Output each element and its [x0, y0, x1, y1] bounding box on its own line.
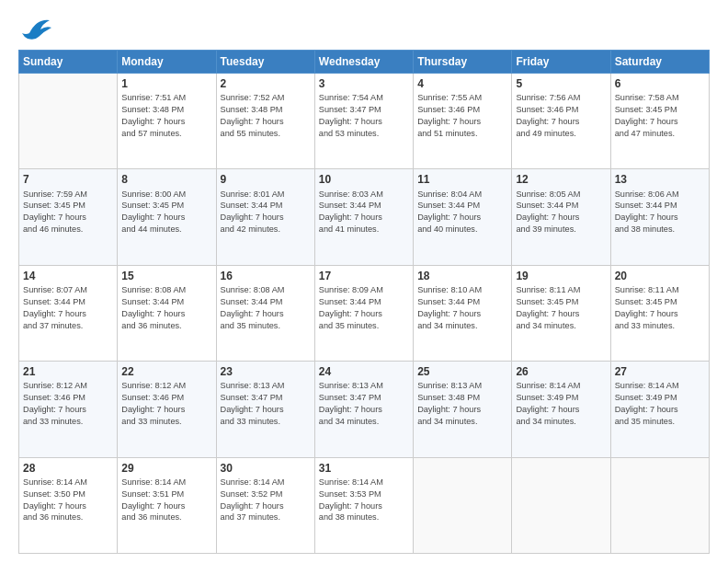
- day-info: Sunrise: 7:52 AM Sunset: 3:48 PM Dayligh…: [221, 92, 311, 140]
- day-info: Sunrise: 8:09 AM Sunset: 3:44 PM Dayligh…: [319, 284, 409, 332]
- calendar-cell: 23Sunrise: 8:13 AM Sunset: 3:47 PM Dayli…: [216, 362, 314, 457]
- calendar-cell: 10Sunrise: 8:03 AM Sunset: 3:44 PM Dayli…: [314, 169, 413, 265]
- calendar-cell: 30Sunrise: 8:14 AM Sunset: 3:52 PM Dayli…: [216, 457, 314, 553]
- day-info: Sunrise: 8:14 AM Sunset: 3:51 PM Dayligh…: [121, 477, 211, 524]
- day-number: 3: [319, 76, 409, 91]
- day-info: Sunrise: 8:12 AM Sunset: 3:46 PM Dayligh…: [121, 380, 211, 428]
- day-number: 18: [417, 269, 507, 283]
- day-info: Sunrise: 8:10 AM Sunset: 3:44 PM Dayligh…: [417, 284, 507, 332]
- calendar-cell: 14Sunrise: 8:07 AM Sunset: 3:44 PM Dayli…: [19, 265, 118, 361]
- calendar-cell: 27Sunrise: 8:14 AM Sunset: 3:49 PM Dayli…: [610, 362, 709, 457]
- day-number: 15: [121, 269, 211, 283]
- day-info: Sunrise: 8:13 AM Sunset: 3:47 PM Dayligh…: [319, 380, 409, 428]
- logo: [18, 18, 51, 40]
- day-info: Sunrise: 8:06 AM Sunset: 3:44 PM Dayligh…: [615, 189, 705, 236]
- day-number: 21: [23, 364, 113, 379]
- day-number: 25: [417, 364, 507, 379]
- calendar-cell: 16Sunrise: 8:08 AM Sunset: 3:44 PM Dayli…: [216, 265, 314, 361]
- day-number: 10: [319, 172, 409, 187]
- calendar-cell: [414, 457, 512, 553]
- calendar-cell: 13Sunrise: 8:06 AM Sunset: 3:44 PM Dayli…: [610, 169, 709, 265]
- logo-bird-icon: [22, 17, 51, 40]
- calendar-cell: 5Sunrise: 7:56 AM Sunset: 3:46 PM Daylig…: [512, 74, 610, 169]
- calendar-cell: 20Sunrise: 8:11 AM Sunset: 3:45 PM Dayli…: [610, 265, 709, 361]
- calendar-table: SundayMondayTuesdayWednesdayThursdayFrid…: [18, 50, 710, 554]
- day-number: 9: [221, 172, 311, 187]
- week-row-3: 14Sunrise: 8:07 AM Sunset: 3:44 PM Dayli…: [19, 265, 710, 361]
- day-number: 8: [121, 172, 211, 187]
- calendar-cell: 1Sunrise: 7:51 AM Sunset: 3:48 PM Daylig…: [118, 74, 216, 169]
- page: SundayMondayTuesdayWednesdayThursdayFrid…: [0, 0, 728, 563]
- calendar-cell: 24Sunrise: 8:13 AM Sunset: 3:47 PM Dayli…: [314, 362, 413, 457]
- day-number: 4: [417, 76, 507, 91]
- col-header-sunday: Sunday: [19, 51, 118, 74]
- calendar-cell: 4Sunrise: 7:55 AM Sunset: 3:46 PM Daylig…: [414, 74, 512, 169]
- day-info: Sunrise: 8:05 AM Sunset: 3:44 PM Dayligh…: [516, 189, 606, 236]
- day-number: 12: [516, 172, 606, 187]
- calendar-cell: 26Sunrise: 8:14 AM Sunset: 3:49 PM Dayli…: [512, 362, 610, 457]
- day-info: Sunrise: 7:51 AM Sunset: 3:48 PM Dayligh…: [121, 92, 211, 140]
- day-info: Sunrise: 8:14 AM Sunset: 3:49 PM Dayligh…: [516, 380, 606, 428]
- day-info: Sunrise: 8:14 AM Sunset: 3:53 PM Dayligh…: [319, 477, 409, 524]
- day-info: Sunrise: 8:03 AM Sunset: 3:44 PM Dayligh…: [319, 189, 409, 236]
- day-number: 5: [516, 76, 606, 91]
- day-number: 28: [23, 461, 113, 476]
- calendar-cell: 17Sunrise: 8:09 AM Sunset: 3:44 PM Dayli…: [314, 265, 413, 361]
- col-header-tuesday: Tuesday: [216, 51, 314, 74]
- day-number: 20: [615, 269, 705, 283]
- day-number: 29: [121, 461, 211, 476]
- calendar-cell: 19Sunrise: 8:11 AM Sunset: 3:45 PM Dayli…: [512, 265, 610, 361]
- day-number: 6: [615, 76, 705, 91]
- day-number: 24: [319, 364, 409, 379]
- calendar-cell: [19, 74, 118, 169]
- week-row-2: 7Sunrise: 7:59 AM Sunset: 3:45 PM Daylig…: [19, 169, 710, 265]
- day-number: 13: [615, 172, 705, 187]
- day-number: 23: [221, 364, 311, 379]
- week-row-5: 28Sunrise: 8:14 AM Sunset: 3:50 PM Dayli…: [19, 457, 710, 553]
- day-info: Sunrise: 8:11 AM Sunset: 3:45 PM Dayligh…: [615, 284, 705, 332]
- day-number: 26: [516, 364, 606, 379]
- calendar-cell: 12Sunrise: 8:05 AM Sunset: 3:44 PM Dayli…: [512, 169, 610, 265]
- day-number: 22: [121, 364, 211, 379]
- header: [18, 15, 710, 40]
- day-number: 1: [121, 76, 211, 91]
- col-header-saturday: Saturday: [610, 51, 709, 74]
- day-info: Sunrise: 7:55 AM Sunset: 3:46 PM Dayligh…: [417, 92, 507, 140]
- day-number: 7: [23, 172, 113, 187]
- header-row: SundayMondayTuesdayWednesdayThursdayFrid…: [19, 51, 710, 74]
- day-number: 11: [417, 172, 507, 187]
- day-info: Sunrise: 8:08 AM Sunset: 3:44 PM Dayligh…: [121, 284, 211, 332]
- day-info: Sunrise: 7:54 AM Sunset: 3:47 PM Dayligh…: [319, 92, 409, 140]
- day-info: Sunrise: 8:01 AM Sunset: 3:44 PM Dayligh…: [221, 189, 311, 236]
- day-number: 16: [221, 269, 311, 283]
- week-row-1: 1Sunrise: 7:51 AM Sunset: 3:48 PM Daylig…: [19, 74, 710, 169]
- calendar-cell: 8Sunrise: 8:00 AM Sunset: 3:45 PM Daylig…: [118, 169, 216, 265]
- calendar-cell: 25Sunrise: 8:13 AM Sunset: 3:48 PM Dayli…: [414, 362, 512, 457]
- day-info: Sunrise: 8:00 AM Sunset: 3:45 PM Dayligh…: [121, 189, 211, 236]
- day-info: Sunrise: 8:14 AM Sunset: 3:52 PM Dayligh…: [221, 477, 311, 524]
- day-info: Sunrise: 7:56 AM Sunset: 3:46 PM Dayligh…: [516, 92, 606, 140]
- col-header-thursday: Thursday: [414, 51, 512, 74]
- day-info: Sunrise: 8:11 AM Sunset: 3:45 PM Dayligh…: [516, 284, 606, 332]
- day-info: Sunrise: 8:08 AM Sunset: 3:44 PM Dayligh…: [221, 284, 311, 332]
- calendar-cell: 9Sunrise: 8:01 AM Sunset: 3:44 PM Daylig…: [216, 169, 314, 265]
- calendar-cell: [512, 457, 610, 553]
- calendar-cell: 11Sunrise: 8:04 AM Sunset: 3:44 PM Dayli…: [414, 169, 512, 265]
- day-info: Sunrise: 8:14 AM Sunset: 3:50 PM Dayligh…: [23, 477, 113, 524]
- col-header-friday: Friday: [512, 51, 610, 74]
- day-info: Sunrise: 8:07 AM Sunset: 3:44 PM Dayligh…: [23, 284, 113, 332]
- day-info: Sunrise: 7:59 AM Sunset: 3:45 PM Dayligh…: [23, 189, 113, 236]
- calendar-cell: 21Sunrise: 8:12 AM Sunset: 3:46 PM Dayli…: [19, 362, 118, 457]
- calendar-cell: 18Sunrise: 8:10 AM Sunset: 3:44 PM Dayli…: [414, 265, 512, 361]
- day-info: Sunrise: 8:12 AM Sunset: 3:46 PM Dayligh…: [23, 380, 113, 428]
- day-number: 19: [516, 269, 606, 283]
- calendar-cell: 6Sunrise: 7:58 AM Sunset: 3:45 PM Daylig…: [610, 74, 709, 169]
- day-number: 14: [23, 269, 113, 283]
- day-number: 17: [319, 269, 409, 283]
- day-info: Sunrise: 8:13 AM Sunset: 3:47 PM Dayligh…: [221, 380, 311, 428]
- day-info: Sunrise: 7:58 AM Sunset: 3:45 PM Dayligh…: [615, 92, 705, 140]
- day-number: 27: [615, 364, 705, 379]
- day-number: 31: [319, 461, 409, 476]
- calendar-cell: 22Sunrise: 8:12 AM Sunset: 3:46 PM Dayli…: [118, 362, 216, 457]
- calendar-cell: [610, 457, 709, 553]
